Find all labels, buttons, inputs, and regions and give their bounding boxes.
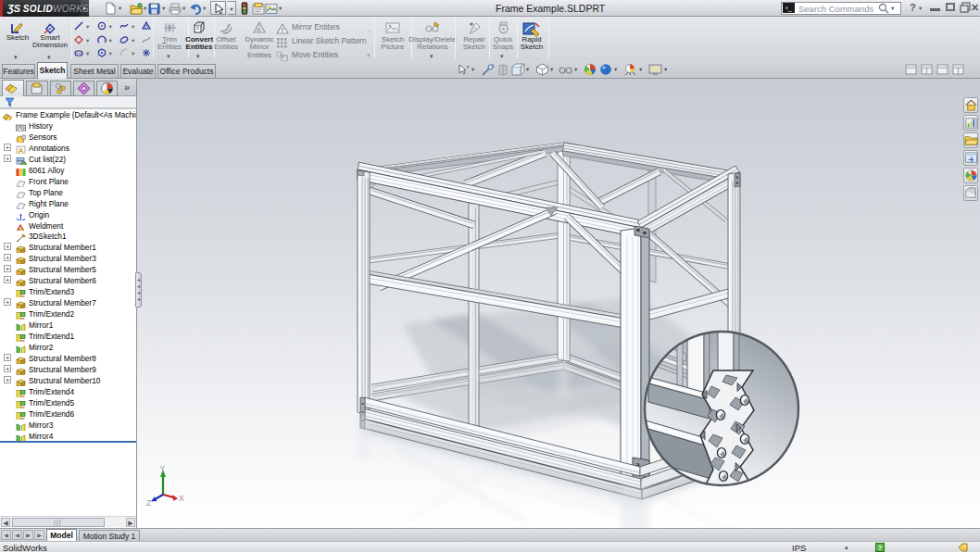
svg-text:Y: Y bbox=[160, 464, 166, 473]
svg-text:!: ! bbox=[281, 26, 283, 34]
svg-text:Z: Z bbox=[146, 498, 151, 508]
svg-text:A: A bbox=[18, 146, 24, 154]
svg-text:X: X bbox=[179, 494, 184, 503]
svg-text:A: A bbox=[257, 27, 260, 32]
